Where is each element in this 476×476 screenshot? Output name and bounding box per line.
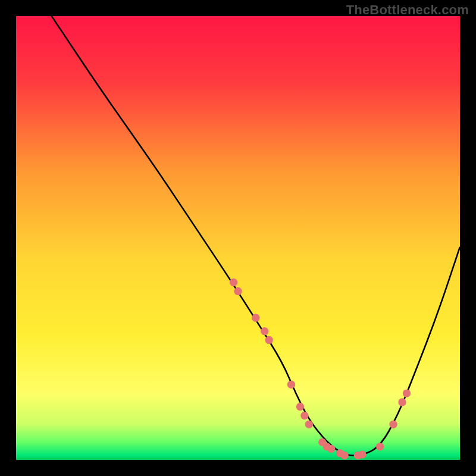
marker-group	[230, 278, 411, 459]
data-marker	[300, 412, 308, 419]
data-marker	[403, 389, 411, 397]
watermark-text: TheBottleneck.com	[346, 2, 469, 18]
data-marker	[305, 421, 313, 428]
data-marker	[340, 452, 348, 459]
data-marker	[230, 278, 237, 286]
data-marker	[265, 336, 273, 344]
chart-container: TheBottleneck.com	[0, 0, 476, 476]
data-marker	[358, 450, 366, 458]
bottleneck-curve	[52, 16, 460, 456]
plot-area	[16, 16, 460, 460]
data-marker	[389, 421, 397, 428]
data-marker	[376, 443, 384, 450]
data-marker	[261, 327, 268, 335]
data-marker	[398, 398, 406, 406]
data-marker	[327, 445, 335, 453]
data-marker	[252, 314, 259, 322]
chart-svg	[16, 16, 460, 460]
data-marker	[234, 287, 242, 295]
data-marker	[296, 403, 304, 411]
data-marker	[287, 380, 295, 388]
